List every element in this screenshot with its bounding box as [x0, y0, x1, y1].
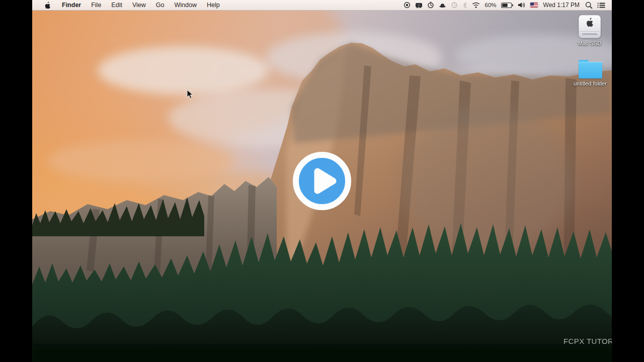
play-icon: [309, 163, 340, 199]
stopwatch-icon[interactable]: [427, 2, 434, 9]
time-machine-icon[interactable]: [451, 2, 458, 9]
icon-label: Mac SSD: [578, 40, 601, 46]
menu-go[interactable]: Go: [151, 2, 170, 9]
letterbox-left: [0, 0, 32, 362]
desktop-icon-untitled-folder[interactable]: untitled folder: [569, 60, 611, 86]
spotlight-icon[interactable]: [585, 2, 593, 9]
video-play-button[interactable]: [293, 152, 351, 210]
keyboard-flag-icon[interactable]: [530, 3, 538, 8]
hat-icon[interactable]: [439, 3, 446, 8]
app-menu-finder[interactable]: Finder: [57, 2, 86, 9]
battery-percent: 60%: [485, 2, 496, 8]
volume-icon[interactable]: [518, 2, 526, 8]
drive-icon: [579, 15, 601, 38]
wifi-icon[interactable]: [472, 2, 480, 8]
bluetooth-icon[interactable]: [462, 2, 467, 9]
battery-icon[interactable]: [501, 3, 513, 8]
notification-center-icon[interactable]: [597, 2, 605, 9]
menu-help[interactable]: Help: [202, 2, 225, 9]
camera-app-icon[interactable]: [415, 2, 423, 9]
menu-edit[interactable]: Edit: [106, 2, 127, 9]
record-icon[interactable]: [404, 2, 411, 9]
mouse-cursor: [187, 89, 193, 99]
menu-view[interactable]: View: [127, 2, 151, 9]
apple-logo-on-drive: [586, 18, 594, 27]
menu-bar: Finder File Edit View Go Window Help: [32, 0, 612, 11]
icon-label: untitled folder: [574, 80, 607, 86]
menu-bar-status: 60% Wed 1:17 PM: [404, 2, 612, 9]
apple-icon: [44, 2, 51, 9]
video-frame: Finder File Edit View Go Window Help: [0, 0, 644, 362]
desktop-icon-mac-ssd[interactable]: Mac SSD: [569, 15, 611, 46]
apple-menu[interactable]: [41, 2, 54, 9]
menu-bar-left: Finder File Edit View Go Window Help: [32, 2, 225, 9]
menu-window[interactable]: Window: [169, 2, 201, 9]
letterbox-right: [612, 0, 644, 362]
menu-bar-clock[interactable]: Wed 1:17 PM: [542, 2, 581, 9]
folder-icon: [579, 60, 602, 78]
menu-file[interactable]: File: [86, 2, 106, 9]
